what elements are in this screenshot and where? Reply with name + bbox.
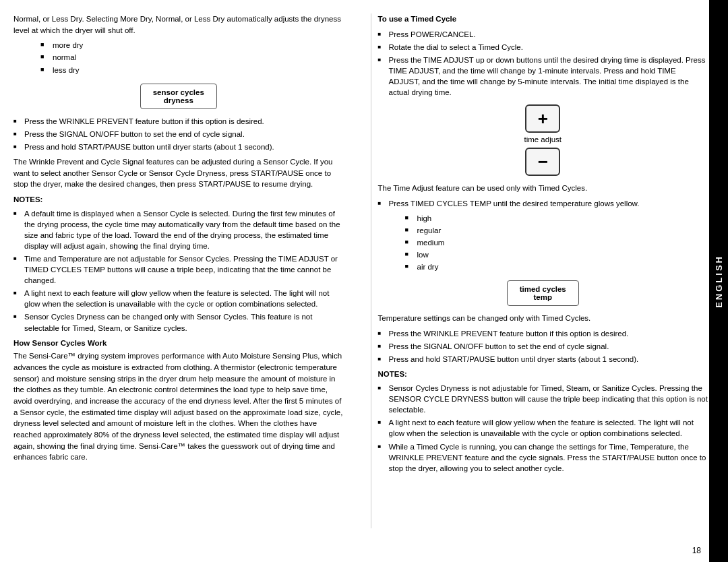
second-bullets-list: Press the WRINKLE PREVENT feature button… xyxy=(378,328,708,365)
note-right-1: Sensor Cycles Dryness is not adjustable … xyxy=(378,383,708,415)
second-bullet-wrinkle: Press the WRINKLE PREVENT feature button… xyxy=(378,328,708,339)
time-adjust-area: + time adjust − xyxy=(378,103,708,177)
notes-heading-left: NOTES: xyxy=(13,194,344,206)
note-right-3: While a Timed Cycle is running, you can … xyxy=(378,441,708,474)
notes-list-left: A default time is displayed when a Senso… xyxy=(13,208,344,334)
how-sensor-cycles-text: The Sensi-Care™ drying system improves p… xyxy=(13,350,344,463)
language-sidebar: ENGLISH xyxy=(709,0,728,562)
timed-button-area: timed cyclestemp xyxy=(378,276,708,310)
time-adjust-plus-button[interactable]: + xyxy=(525,104,560,133)
language-label: ENGLISH xyxy=(714,255,724,308)
timed-cycles-temp-bullet-list: Press TIMED CYCLES TEMP until the desire… xyxy=(378,198,708,209)
second-bullet-signal: Press the SIGNAL ON/OFF button to set th… xyxy=(378,341,708,352)
timed-cycles-temp-button[interactable]: timed cyclestemp xyxy=(507,280,579,306)
dryness-option-more-dry: more dry xyxy=(40,40,344,51)
timed-bullet-time-adjust: Press the TIME ADJUST up or down buttons… xyxy=(378,55,708,98)
note-left-3: A light next to each feature will glow y… xyxy=(13,288,344,309)
temp-regular: regular xyxy=(405,225,708,236)
page-number: 18 xyxy=(692,546,701,555)
note-right-2: A light next to each feature will glow y… xyxy=(378,417,708,439)
second-bullet-start: Press and hold START/PAUSE button until … xyxy=(378,354,708,365)
note-left-2: Time and Temperature are not adjustable … xyxy=(13,253,344,286)
temp-high: high xyxy=(405,213,708,224)
temp-low: low xyxy=(405,249,708,260)
time-adjust-label: time adjust xyxy=(524,135,562,144)
sensor-cycles-dryness-button[interactable]: sensor cyclesdryness xyxy=(140,84,217,109)
how-sensor-cycles-heading: How Sensor Cycles Work xyxy=(13,338,344,349)
wrinkle-text: The Wrinkle Prevent and Cycle Signal fea… xyxy=(13,156,344,190)
temp-options-list: high regular medium low air dry xyxy=(405,213,708,272)
temp-medium: medium xyxy=(405,237,708,248)
sensor-button-area: sensor cyclesdryness xyxy=(13,80,344,113)
bullet-wrinkle-prevent: Press the WRINKLE PREVENT feature button… xyxy=(13,116,344,127)
note-left-1: A default time is displayed when a Senso… xyxy=(13,208,344,251)
timed-cycles-temp-bullet: Press TIMED CYCLES TEMP until the desire… xyxy=(378,198,708,209)
note-left-4: Sensor Cycles Dryness can be changed onl… xyxy=(13,311,344,333)
dryness-options-list: more dry normal less dry xyxy=(40,40,344,75)
timed-bullet-power: Press POWER/CANCEL. xyxy=(378,29,708,40)
time-adjust-minus-button[interactable]: − xyxy=(525,148,560,176)
bullet-signal-on-off: Press the SIGNAL ON/OFF button to set th… xyxy=(13,129,344,139)
notes-heading-right: NOTES: xyxy=(378,369,708,380)
notes-list-right: Sensor Cycles Dryness is not adjustable … xyxy=(378,383,708,474)
timed-cycle-bullets: Press POWER/CANCEL. Rotate the dial to s… xyxy=(378,29,708,98)
right-column: To use a Timed Cycle Press POWER/CANCEL.… xyxy=(371,13,708,528)
dryness-option-less-dry: less dry xyxy=(40,65,344,75)
timed-cycle-heading: To use a Timed Cycle xyxy=(378,13,708,25)
intro-text: Normal, or Less Dry. Selecting More Dry,… xyxy=(13,13,344,36)
bullet-start-pause: Press and hold START/PAUSE button until … xyxy=(13,142,344,152)
two-column-layout: Normal, or Less Dry. Selecting More Dry,… xyxy=(13,13,708,528)
timed-bullet-rotate: Rotate the dial to select a Timed Cycle. xyxy=(378,42,708,53)
sensor-bullet-list: Press the WRINKLE PREVENT feature button… xyxy=(13,116,344,152)
temp-info: Temperature settings can be changed only… xyxy=(378,313,708,324)
left-column: Normal, or Less Dry. Selecting More Dry,… xyxy=(13,13,351,528)
temp-air-dry: air dry xyxy=(405,261,708,272)
page-container: Normal, or Less Dry. Selecting More Dry,… xyxy=(0,0,728,562)
dryness-option-normal: normal xyxy=(40,52,344,63)
time-adjust-info: The Time Adjust feature can be used only… xyxy=(378,183,708,194)
